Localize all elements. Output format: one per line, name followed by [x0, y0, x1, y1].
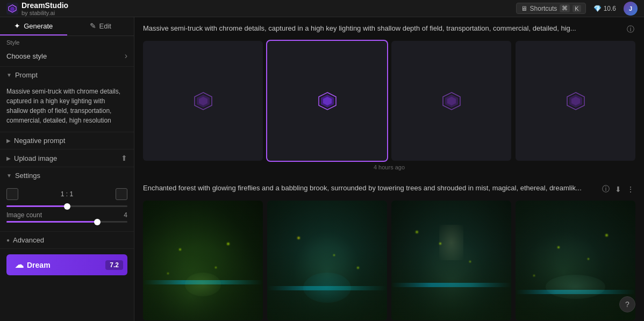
image-count-value: 4 [124, 211, 127, 219]
forest-image-1[interactable] [143, 201, 263, 320]
settings-header[interactable]: ▼ Settings [0, 167, 134, 184]
monitor-icon: 🖥 [521, 5, 527, 12]
generate-icon: ✦ [14, 22, 20, 30]
forest-image-3[interactable] [391, 201, 511, 320]
credits-value: 10.6 [604, 5, 616, 12]
edit-icon: ✎ [90, 22, 96, 30]
count-slider-fill [6, 221, 97, 223]
gem-placeholder-4 [564, 89, 588, 113]
generation-header-truck: Massive semi-truck with chrome details, … [143, 24, 635, 35]
more-button-forest[interactable]: ⋮ [626, 184, 635, 195]
advanced-label: Advanced [13, 236, 44, 244]
forest-visual-1 [143, 201, 263, 320]
info-button-truck[interactable]: ⓘ [626, 24, 635, 35]
content-area: Massive semi-truck with chrome details, … [134, 17, 644, 321]
forest-image-2[interactable] [267, 201, 387, 320]
chevron-down-icon: ▼ [6, 72, 12, 78]
chevron-down-icon-settings: ▼ [6, 173, 12, 179]
shortcut-key2: K [573, 5, 581, 12]
negative-prompt-section: ▶ Negative prompt [0, 132, 134, 149]
brand-sub: by stability.ai [22, 10, 68, 16]
timestamp-truck: 4 hours ago [143, 164, 635, 170]
forest-visual-2 [267, 201, 387, 320]
truck-image-4[interactable] [516, 41, 635, 161]
count-slider-thumb[interactable] [94, 219, 101, 225]
logo-area: DreamStudio by stability.ai [6, 1, 68, 16]
count-slider-track [6, 221, 127, 223]
path-glow-1 [185, 273, 221, 297]
credits-display: 💎 10.6 [593, 5, 616, 12]
style-chooser[interactable]: Choose style › [0, 48, 134, 67]
user-avatar[interactable]: J [624, 2, 638, 16]
chevron-right-icon-upload: ▶ [6, 155, 11, 161]
gem-placeholder-1 [191, 89, 215, 113]
truck-image-3[interactable] [391, 41, 511, 161]
aspect-ratio-left-box[interactable] [6, 188, 18, 200]
upload-label: Upload image [14, 154, 57, 162]
main-layout: ✦ Generate ✎ Edit Style Choose style › ▼… [0, 17, 644, 321]
generation-actions-truck: ⓘ [626, 24, 635, 35]
brand-name: DreamStudio [22, 1, 68, 10]
mist-4 [516, 201, 635, 320]
settings-content: 1 : 1 Image count 4 [0, 184, 134, 231]
shortcuts-label: Shortcuts [530, 5, 557, 12]
style-value: Choose style [6, 52, 47, 60]
negative-prompt-label: Negative prompt [14, 137, 65, 145]
chevron-right-icon-neg: ▶ [6, 138, 11, 144]
advanced-header[interactable]: ● Advanced [0, 232, 134, 248]
forest-image-4[interactable] [516, 201, 635, 320]
mist-3 [391, 201, 511, 320]
upload-section[interactable]: ▶ Upload image ⬆ [0, 149, 134, 167]
style-section: Style Choose style › [0, 36, 134, 67]
dream-label: Dream [27, 261, 51, 269]
generation-actions-forest: ⓘ ⬇ ⋮ [601, 183, 635, 195]
dreamstudio-logo-icon [6, 3, 18, 15]
tab-generate[interactable]: ✦ Generate [0, 17, 67, 35]
image-count-row: Image count 4 [6, 211, 127, 219]
advanced-section: ● Advanced [0, 232, 134, 249]
light-beam-3 [439, 225, 463, 261]
download-button-forest[interactable]: ⬇ [614, 184, 622, 195]
aspect-ratio-right-box[interactable] [116, 188, 127, 200]
aspect-ratio-row: 1 : 1 [6, 188, 127, 200]
tab-generate-label: Generate [24, 22, 53, 30]
forest-visual-3 [391, 201, 511, 320]
aspect-ratio-value: 1 : 1 [23, 190, 111, 198]
slider-thumb[interactable] [64, 203, 70, 210]
shortcuts-button[interactable]: 🖥 Shortcuts ⌘ K [516, 3, 586, 14]
diamond-icon: 💎 [593, 5, 602, 12]
mist-1 [143, 201, 263, 320]
settings-section: ▼ Settings 1 : 1 [0, 167, 134, 232]
tab-edit[interactable]: ✎ Edit [67, 17, 134, 35]
dream-button[interactable]: ☁ Dream 7.2 [6, 254, 127, 275]
circle-icon: ● [6, 237, 10, 243]
path-glow-4 [546, 275, 606, 299]
generation-group-truck: Massive semi-truck with chrome details, … [143, 24, 635, 170]
help-button[interactable]: ? [619, 296, 635, 312]
info-button-forest[interactable]: ⓘ [601, 183, 611, 195]
prompt-header[interactable]: ▼ Prompt [0, 67, 134, 83]
dream-icon: ☁ [15, 260, 24, 270]
prompt-label: Prompt [15, 71, 38, 79]
sidebar: ✦ Generate ✎ Edit Style Choose style › ▼… [0, 17, 134, 321]
image-count-label: Image count [6, 211, 42, 219]
generation-prompt-forest: Enchanted forest with glowing fireflies … [143, 183, 601, 193]
dream-credits: 7.2 [105, 260, 123, 270]
settings-label: Settings [15, 172, 40, 180]
aspect-ratio-slider[interactable] [6, 205, 127, 207]
truck-image-2[interactable] [267, 41, 387, 161]
style-label: Style [0, 36, 134, 48]
prompt-text[interactable]: Massive semi-truck with chrome details, … [0, 83, 134, 132]
top-bar: DreamStudio by stability.ai 🖥 Shortcuts … [0, 0, 644, 17]
chevron-right-icon: › [125, 51, 127, 61]
generation-header-forest: Enchanted forest with glowing fireflies … [143, 183, 635, 195]
truck-image-1[interactable] [143, 41, 263, 161]
upload-icon: ⬆ [121, 154, 127, 162]
negative-prompt-header[interactable]: ▶ Negative prompt [0, 132, 134, 149]
prompt-section: ▼ Prompt Massive semi-truck with chrome … [0, 67, 134, 132]
image-count-slider[interactable] [6, 221, 127, 223]
image-grid-forest [143, 201, 635, 320]
water-glow-2 [303, 273, 351, 303]
dream-label-wrap: ☁ Dream [6, 260, 51, 270]
sidebar-tab-bar: ✦ Generate ✎ Edit [0, 17, 134, 36]
